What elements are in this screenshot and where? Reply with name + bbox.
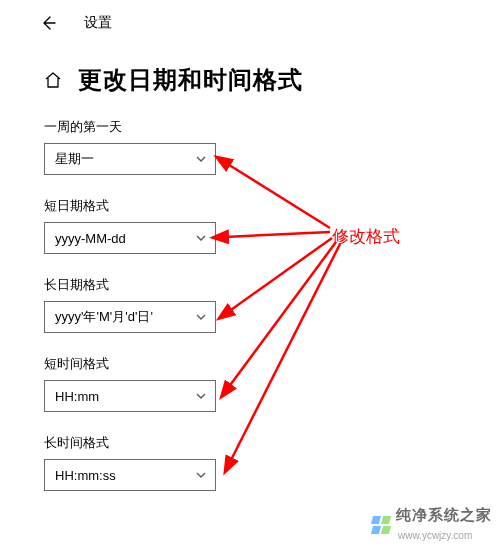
select-short-date[interactable]: yyyy-MM-dd — [44, 222, 216, 254]
label-short-date: 短日期格式 — [44, 197, 500, 215]
select-long-date-value: yyyy'年'M'月'd'日' — [55, 308, 153, 326]
field-long-date: 长日期格式 yyyy'年'M'月'd'日' — [44, 276, 500, 333]
field-short-date: 短日期格式 yyyy-MM-dd — [44, 197, 500, 254]
topbar-title: 设置 — [84, 14, 112, 32]
select-short-time[interactable]: HH:mm — [44, 380, 216, 412]
watermark-text: 纯净系统之家 — [396, 506, 492, 523]
select-first-day-value: 星期一 — [55, 150, 94, 168]
select-long-time-value: HH:mm:ss — [55, 468, 116, 483]
select-short-date-value: yyyy-MM-dd — [55, 231, 126, 246]
label-long-time: 长时间格式 — [44, 434, 500, 452]
select-short-time-value: HH:mm — [55, 389, 99, 404]
field-first-day: 一周的第一天 星期一 — [44, 118, 500, 175]
content: 一周的第一天 星期一 短日期格式 yyyy-MM-dd 长日期格式 yyyy'年… — [0, 96, 500, 491]
chevron-down-icon — [195, 232, 207, 244]
topbar: 设置 — [0, 0, 500, 32]
back-icon[interactable] — [40, 15, 56, 31]
page-title: 更改日期和时间格式 — [78, 64, 303, 96]
home-icon[interactable] — [44, 71, 62, 89]
field-long-time: 长时间格式 HH:mm:ss — [44, 434, 500, 491]
chevron-down-icon — [195, 153, 207, 165]
chevron-down-icon — [195, 311, 207, 323]
label-first-day: 一周的第一天 — [44, 118, 500, 136]
label-short-time: 短时间格式 — [44, 355, 500, 373]
chevron-down-icon — [195, 390, 207, 402]
watermark-url: www.ycwjzy.com — [398, 530, 472, 541]
chevron-down-icon — [195, 469, 207, 481]
select-long-time[interactable]: HH:mm:ss — [44, 459, 216, 491]
select-first-day[interactable]: 星期一 — [44, 143, 216, 175]
select-long-date[interactable]: yyyy'年'M'月'd'日' — [44, 301, 216, 333]
label-long-date: 长日期格式 — [44, 276, 500, 294]
field-short-time: 短时间格式 HH:mm — [44, 355, 500, 412]
page-header: 更改日期和时间格式 — [0, 32, 500, 96]
watermark-logo-icon — [372, 516, 390, 534]
watermark: 纯净系统之家 www.ycwjzy.com — [372, 506, 492, 543]
